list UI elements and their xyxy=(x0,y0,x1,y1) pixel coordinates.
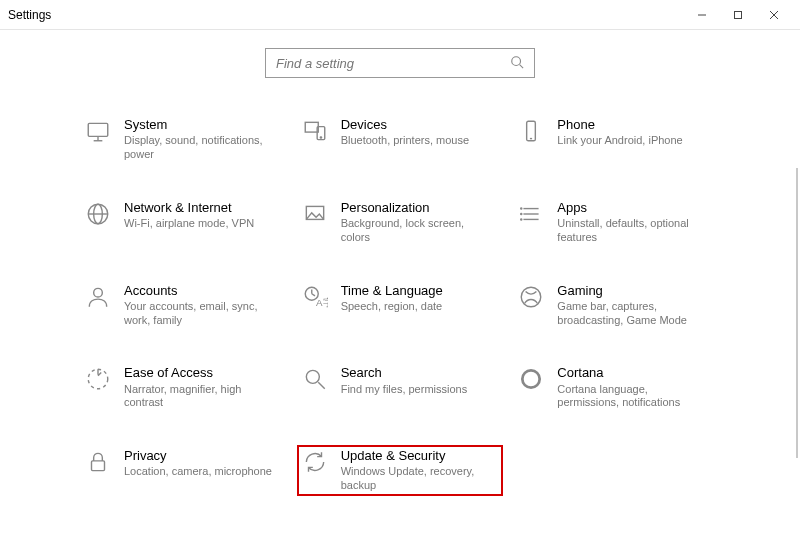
category-desc: Windows Update, recovery, backup xyxy=(341,465,491,493)
svg-line-5 xyxy=(520,64,524,68)
category-desc: Find my files, permissions xyxy=(341,383,468,397)
apps-icon xyxy=(517,200,545,228)
window-title: Settings xyxy=(8,8,684,22)
category-search[interactable]: Search Find my files, permissions xyxy=(297,362,504,413)
category-desc: Link your Android, iPhone xyxy=(557,134,682,148)
ease-access-icon xyxy=(84,365,112,393)
svg-point-33 xyxy=(523,371,540,388)
xbox-icon xyxy=(517,283,545,311)
category-label: Gaming xyxy=(557,283,707,299)
category-network[interactable]: Network & Internet Wi-Fi, airplane mode,… xyxy=(80,197,287,248)
category-label: System xyxy=(124,117,274,133)
lock-icon xyxy=(84,448,112,476)
person-icon xyxy=(84,283,112,311)
category-label: Apps xyxy=(557,200,707,216)
svg-point-23 xyxy=(521,219,522,220)
category-desc: Speech, region, date xyxy=(341,300,443,314)
window-controls xyxy=(684,0,792,30)
display-icon xyxy=(84,117,112,145)
category-desc: Narrator, magnifier, high contrast xyxy=(124,383,274,411)
category-label: Time & Language xyxy=(341,283,443,299)
window-titlebar: Settings xyxy=(0,0,800,30)
category-accounts[interactable]: Accounts Your accounts, email, sync, wor… xyxy=(80,280,287,331)
category-ease-of-access[interactable]: Ease of Access Narrator, magnifier, high… xyxy=(80,362,287,413)
category-update-security[interactable]: Update & Security Windows Update, recove… xyxy=(297,445,504,496)
search-icon xyxy=(510,55,524,72)
svg-point-22 xyxy=(521,213,522,214)
devices-icon xyxy=(301,117,329,145)
content-area: Find a setting System Display, sound, no… xyxy=(0,48,800,540)
close-button[interactable] xyxy=(756,0,792,30)
category-cortana[interactable]: Cortana Cortana language, permissions, n… xyxy=(513,362,720,413)
maximize-button[interactable] xyxy=(720,0,756,30)
category-label: Devices xyxy=(341,117,469,133)
category-desc: Background, lock screen, colors xyxy=(341,217,491,245)
category-desc: Cortana language, permissions, notificat… xyxy=(557,383,707,411)
category-gaming[interactable]: Gaming Game bar, captures, broadcasting,… xyxy=(513,280,720,331)
magnifier-icon xyxy=(301,365,329,393)
category-desc: Bluetooth, printers, mouse xyxy=(341,134,469,148)
category-label: Network & Internet xyxy=(124,200,254,216)
svg-rect-6 xyxy=(88,123,108,136)
category-desc: Display, sound, notifications, power xyxy=(124,134,274,162)
search-placeholder: Find a setting xyxy=(276,56,510,71)
category-desc: Game bar, captures, broadcasting, Game M… xyxy=(557,300,707,328)
category-label: Ease of Access xyxy=(124,365,274,381)
category-desc: Location, camera, microphone xyxy=(124,465,272,479)
category-label: Phone xyxy=(557,117,682,133)
svg-text:A字: A字 xyxy=(316,296,328,307)
paint-icon xyxy=(301,200,329,228)
svg-point-11 xyxy=(320,137,321,138)
svg-line-32 xyxy=(318,383,325,390)
search-input[interactable]: Find a setting xyxy=(265,48,535,78)
svg-point-24 xyxy=(94,288,103,297)
svg-rect-17 xyxy=(306,206,323,219)
category-privacy[interactable]: Privacy Location, camera, microphone xyxy=(80,445,287,496)
category-phone[interactable]: Phone Link your Android, iPhone xyxy=(513,114,720,165)
svg-point-31 xyxy=(306,371,319,384)
minimize-button[interactable] xyxy=(684,0,720,30)
category-system[interactable]: System Display, sound, notifications, po… xyxy=(80,114,287,165)
update-icon xyxy=(301,448,329,476)
category-label: Accounts xyxy=(124,283,274,299)
globe-icon xyxy=(84,200,112,228)
category-apps[interactable]: Apps Uninstall, defaults, optional featu… xyxy=(513,197,720,248)
category-label: Update & Security xyxy=(341,448,491,464)
svg-rect-34 xyxy=(92,461,105,471)
svg-rect-1 xyxy=(735,11,742,18)
category-label: Personalization xyxy=(341,200,491,216)
category-desc: Your accounts, email, sync, work, family xyxy=(124,300,274,328)
category-label: Cortana xyxy=(557,365,707,381)
scrollbar[interactable] xyxy=(796,168,798,458)
svg-line-27 xyxy=(311,293,314,295)
svg-rect-12 xyxy=(527,121,536,141)
category-label: Search xyxy=(341,365,468,381)
category-desc: Uninstall, defaults, optional features xyxy=(557,217,707,245)
svg-point-4 xyxy=(512,56,521,65)
settings-grid: System Display, sound, notifications, po… xyxy=(80,114,720,496)
category-devices[interactable]: Devices Bluetooth, printers, mouse xyxy=(297,114,504,165)
svg-rect-9 xyxy=(305,122,318,132)
category-personalization[interactable]: Personalization Background, lock screen,… xyxy=(297,197,504,248)
time-language-icon: A字 xyxy=(301,283,329,311)
category-time-language[interactable]: A字 Time & Language Speech, region, date xyxy=(297,280,504,331)
category-desc: Wi-Fi, airplane mode, VPN xyxy=(124,217,254,231)
category-label: Privacy xyxy=(124,448,272,464)
svg-point-21 xyxy=(521,208,522,209)
svg-point-29 xyxy=(522,287,542,307)
phone-icon xyxy=(517,117,545,145)
cortana-icon xyxy=(517,365,545,393)
